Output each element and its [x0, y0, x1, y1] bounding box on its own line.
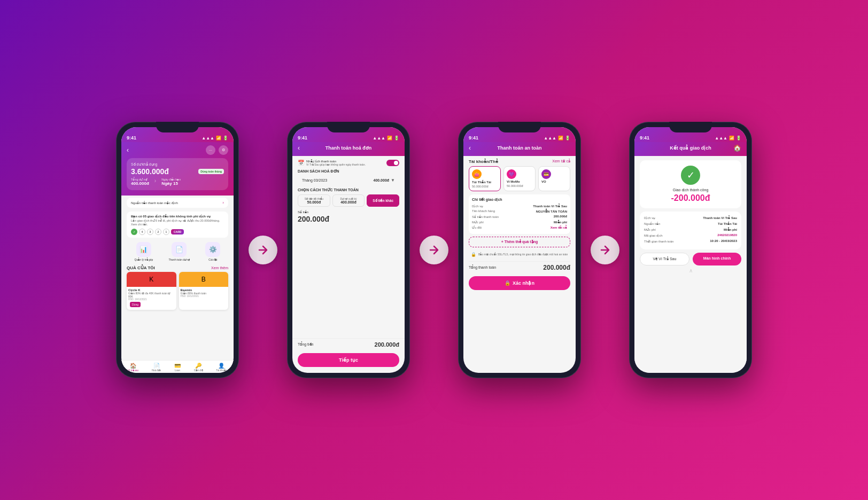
success-amount: -200.000đ [645, 193, 736, 203]
arrow-2[interactable] [420, 236, 448, 264]
continue-btn[interactable]: Tiếp tục [298, 353, 399, 367]
back-btn[interactable]: Về Ví Trả Sau [640, 253, 689, 265]
dot-3: 3 [147, 229, 153, 235]
success-area: ✓ Giao dịch thành công -200.000đ [640, 160, 741, 208]
account-card-1[interactable]: 👛 Túi Thần Tài 50.000.000đ [469, 166, 501, 191]
nav-item-4[interactable]: 🔑 Cầm đồ [194, 363, 203, 372]
uu-dai-val[interactable]: Xem tất cả [551, 225, 567, 229]
detail-val-4: Miễn phí [554, 220, 567, 224]
reminder-toggle[interactable] [386, 160, 399, 166]
dot-4: 4 [139, 229, 145, 235]
screen3-title: Thanh toán an toàn [498, 145, 542, 151]
action-label-2: Thanh toán dư nợ [168, 258, 190, 261]
pink-card: CARD [171, 229, 184, 235]
account1-bal: 50.000.000đ [472, 185, 498, 188]
main-btn[interactable]: Màn hình chính [693, 253, 741, 265]
s4-key-5: Thời gian thanh toán [644, 239, 673, 243]
s4-val-4[interactable]: 24620210820 [717, 233, 737, 237]
total-label-3: Tổng thanh toán [469, 265, 496, 270]
reminder-row: 📅 Nhắc lịch thanh toán Ví Trả Sau giúp b… [298, 159, 399, 166]
account-icon-2: 💜 [507, 169, 516, 179]
pay-opt-1[interactable]: Số tiền tối thiểu 50.000đ [298, 194, 330, 207]
see-all-accounts[interactable]: Xem tất cả [552, 159, 570, 164]
action-icon-1: 📊 [136, 242, 151, 257]
total-val-2: 200.000đ [375, 341, 399, 348]
phone-2: 9:41 ▲▲▲ 📶 🔋 ‹ Thanh toán hoá đơn 📅 N [287, 122, 410, 378]
battery-icon-2: 🔋 [394, 136, 399, 140]
settings-icon[interactable]: ⚙ [219, 145, 228, 155]
time-4: 9:41 [640, 135, 649, 140]
action-2[interactable]: 📄 Thanh toán dư nợ [168, 242, 190, 261]
wifi-icon-2: 📶 [387, 136, 392, 140]
secure-section: 🔒 Bảo mật chuẩn SSL/TLS, mọi thông tin g… [469, 250, 570, 259]
home-icon-4[interactable]: 🏠 [733, 144, 741, 152]
detail-key-1: Dịch vụ [472, 204, 483, 208]
wifi-icon-3: 📶 [558, 136, 563, 140]
wifi-icon: 📶 [216, 136, 221, 140]
battery-icon: 🔋 [223, 136, 228, 140]
phone-1: 9:41 ▲▲▲ 📶 🔋 ‹ ··· ⚙ Số dư khả dụng [116, 122, 239, 378]
scene: 9:41 ▲▲▲ 📶 🔋 ‹ ··· ⚙ Số dư khả dụng [95, 111, 773, 389]
phone-4: 9:41 ▲▲▲ 📶 🔋 Kết quả giao dịch 🏠 ✓ Giao … [629, 122, 752, 378]
dot-1: 1 [163, 229, 169, 235]
account2-bal: 50.000.000đ [507, 184, 532, 188]
status-icons-2: ▲▲▲ 📶 🔋 [373, 136, 399, 140]
voucher-section: QUÀ CỦA TÔI Xem thêm K Circle K Giảm 80%… [127, 265, 228, 310]
nav-item-2[interactable]: 📄 Hoá đơn [152, 363, 161, 372]
account-card-2[interactable]: 💜 Ví MoMo 50.000.000đ [503, 166, 536, 191]
nav-item-3[interactable]: 💳 Loan [174, 363, 181, 372]
action-label-1: Quản lý trả góp [135, 258, 153, 261]
nav-label-5: Tài khoản [216, 369, 227, 372]
action-row: 📊 Quản lý trả góp 📄 Thanh toán dư nợ ⚙️ … [127, 242, 228, 261]
back-icon-3[interactable]: ‹ [469, 144, 471, 152]
pay-opt-2[interactable]: Dư nợ cuối kỳ 400.000đ [332, 194, 365, 207]
bottom-nav-1: 🏠 Ví trả sau 📄 Hoá đơn 💳 Loan 🔑 Cầm đồ 👤 [121, 360, 234, 373]
add-voucher-btn[interactable]: + Thêm thẻ quà tặng [469, 237, 570, 247]
s4-key-1: Dịch vụ [644, 216, 655, 220]
success-label: Giao dịch thành công [645, 188, 736, 192]
total-val-3: 200.000đ [543, 264, 570, 271]
screen2-title: Thanh toán hoá đơn [326, 145, 372, 151]
balance-label: Số dư khả dụng [131, 162, 224, 167]
nav-icon-3: 💳 [174, 363, 181, 369]
s4-key-3: Mức phí [644, 228, 656, 231]
screen4-title: Kết quả giao dịch [670, 145, 711, 151]
balance-amount: 3.600.000đ [131, 167, 169, 176]
voucher-icon-2: B [201, 276, 206, 283]
promo-title: Bạn có 05 giao dịch đầu tiên không tính … [131, 214, 224, 218]
nav-item-5[interactable]: 👤 Tài khoản [216, 363, 227, 372]
back-icon-2[interactable]: ‹ [298, 144, 300, 152]
notch-1 [156, 122, 199, 132]
source-label: Nguồn tiền thanh toán mặc định [131, 201, 178, 205]
confirm-btn[interactable]: 🔒 Xác nhận [469, 276, 570, 290]
s4-key-4: Mã giao dịch [644, 233, 663, 237]
detail-val-1: Thanh toán Ví Trả Sau [533, 204, 567, 208]
source-section[interactable]: Nguồn tiền thanh toán mặc định › [127, 198, 228, 208]
voucher-more[interactable]: Xem thêm [211, 266, 228, 270]
nav-icon-1: 🏠 [130, 363, 136, 369]
total-row-2: Tổng tiền 200.000đ [292, 338, 405, 350]
pay-opt-3[interactable]: Số tiền khác [367, 194, 399, 207]
menu-icon[interactable]: ··· [206, 145, 215, 155]
nav-label-1: Ví trả sau [128, 369, 138, 372]
voucher-card-1: K Circle K Giảm 80% tối đa 40K thanh toá… [127, 272, 176, 310]
calendar-icon: 📅 [298, 160, 304, 166]
nav-item-1[interactable]: 🏠 Ví trả sau [128, 363, 138, 372]
back-icon-1[interactable]: ‹ [127, 146, 129, 154]
voucher1-expiry: HSD: 19/12/2021 [128, 298, 175, 301]
voucher2-expiry: HSD: 19/12/2021 [181, 295, 227, 298]
action-3[interactable]: ⚙️ Cài đặt [205, 242, 220, 261]
s4-val-1: Thanh toán Ví Trả Sau [703, 216, 737, 220]
battery-icon-4: 🔋 [736, 136, 741, 140]
amount-input: Số tiền 200.000đ [298, 210, 399, 223]
pay-section: CHỌN CÁCH THỨC THANH TOÁN Số tiền tối th… [298, 188, 399, 207]
debt-amount: 400.000đ [131, 181, 149, 186]
action-1[interactable]: 📊 Quản lý trả góp [135, 242, 153, 261]
s4-val-2: Túi Thần Tài [718, 222, 737, 225]
promo-text: Lần giao dịch thứ 6 trở đi, phí dịch vụ … [131, 219, 224, 226]
account-card-3[interactable]: 💳 VO [538, 166, 570, 191]
voucher1-btn[interactable]: Dùng [130, 302, 141, 307]
arrow-1[interactable] [249, 236, 277, 264]
confirm-btn-label: Xác nhận [513, 280, 534, 286]
arrow-3[interactable] [591, 236, 619, 264]
